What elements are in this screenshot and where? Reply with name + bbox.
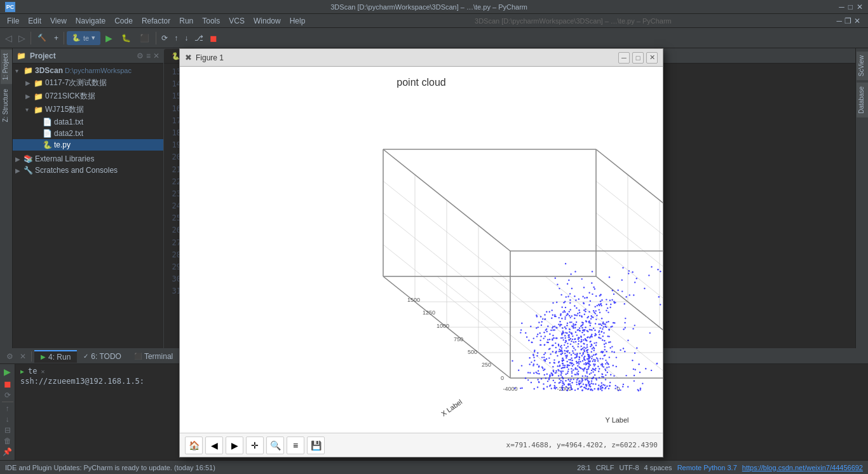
toolbar-add[interactable]: + <box>51 31 61 45</box>
menu-view[interactable]: View <box>46 15 71 27</box>
run-clear-icon[interactable]: 🗑 <box>4 437 11 445</box>
toolbar-vcs4[interactable]: ⎇ <box>192 31 206 45</box>
tree-item-0117[interactable]: ▶ 📁 0117-7次测试数据 <box>13 76 163 90</box>
figure-title-bar[interactable]: ✖ Figure 1 ─ □ ✕ <box>180 49 663 67</box>
svg-point-623 <box>518 370 519 371</box>
bottom-close-icon[interactable]: ✕ <box>17 352 29 361</box>
tree-item-external[interactable]: ▶ 📚 External Libraries <box>13 153 163 165</box>
svg-point-719 <box>545 377 546 379</box>
run-close-tab[interactable]: ✕ <box>41 368 44 375</box>
close-btn[interactable]: ✕ <box>857 3 863 11</box>
toolbar-vcs2[interactable]: ↑ <box>172 31 180 45</box>
fig-forward-btn[interactable]: ▶ <box>226 437 243 454</box>
status-encoding[interactable]: UTF-8 <box>619 464 639 471</box>
svg-point-914 <box>605 374 606 376</box>
tree-item-data1[interactable]: 📄 data1.txt <box>13 116 163 128</box>
win-close-icon[interactable]: ✕ <box>854 17 860 25</box>
run-scrolldown-icon[interactable]: ↓ <box>6 415 10 424</box>
maximize-btn[interactable]: □ <box>848 3 853 11</box>
menu-window[interactable]: Window <box>249 15 285 27</box>
svg-point-555 <box>603 326 604 327</box>
win-restore-icon[interactable]: ❐ <box>844 17 851 25</box>
project-settings-icon[interactable]: ⚙ <box>137 51 144 60</box>
svg-point-767 <box>606 327 607 328</box>
menu-code[interactable]: Code <box>110 15 137 27</box>
run-rerun-icon[interactable]: ⟳ <box>4 391 11 400</box>
toolbar-stop[interactable]: ◼ <box>207 31 220 45</box>
project-close-icon[interactable]: ✕ <box>153 51 159 60</box>
menu-tools[interactable]: Tools <box>198 15 224 27</box>
status-url[interactable]: https://blog.csdn.net/weixin7/44456692 <box>742 464 863 471</box>
svg-point-519 <box>570 343 571 344</box>
toolbar-cover-btn[interactable]: ⬛ <box>136 31 153 45</box>
svg-point-462 <box>651 370 652 371</box>
figure-close-btn[interactable]: ✕ <box>646 52 658 64</box>
svg-point-821 <box>588 383 589 384</box>
svg-point-186 <box>538 373 539 374</box>
toolbar-build[interactable]: 🔨 <box>34 31 50 45</box>
folder-icon: 📁 <box>17 51 26 60</box>
toolbar-vcs1[interactable]: ⟳ <box>159 31 170 45</box>
status-position[interactable]: 28:1 <box>577 464 590 471</box>
fig-config-btn[interactable]: ≡ <box>287 437 304 454</box>
status-line-ending[interactable]: CRLF <box>596 464 614 471</box>
status-indent[interactable]: 4 spaces <box>644 464 672 471</box>
bottom-settings-icon[interactable]: ⚙ <box>3 352 17 361</box>
menu-file[interactable]: File <box>3 15 24 27</box>
tree-item-data2[interactable]: 📄 data2.txt <box>13 128 163 139</box>
tab-scview[interactable]: ScView <box>857 51 868 80</box>
toolbar-run-config[interactable]: 🐍 te ▾ <box>67 31 100 45</box>
run-pin-icon[interactable]: 📌 <box>3 447 12 456</box>
svg-point-866 <box>613 365 614 366</box>
tab-structure[interactable]: Z: Structure <box>1 85 12 126</box>
figure-restore-btn[interactable]: □ <box>632 52 644 64</box>
run-scrollup-icon[interactable]: ↑ <box>6 404 10 413</box>
svg-point-73 <box>642 383 643 384</box>
svg-point-828 <box>596 379 597 381</box>
tab-run[interactable]: ▶ 4: Run <box>34 350 77 363</box>
menu-help[interactable]: Help <box>285 15 310 27</box>
toolbar-vcs3[interactable]: ↓ <box>182 31 191 45</box>
toolbar-forward[interactable]: ▷ <box>16 31 28 45</box>
menu-refactor[interactable]: Refactor <box>137 15 175 27</box>
menu-edit[interactable]: Edit <box>24 15 46 27</box>
svg-point-534 <box>577 365 578 367</box>
figure-window: ✖ Figure 1 ─ □ ✕ point cloud po <box>179 48 663 457</box>
toolbar-debug-btn[interactable]: 🐛 <box>118 31 135 45</box>
tab-project[interactable]: 1: Project <box>1 50 12 84</box>
menu-navigate[interactable]: Navigate <box>71 15 110 27</box>
menu-vcs[interactable]: VCS <box>224 15 249 27</box>
tree-item-root[interactable]: ▾ 📁 3DScan D:\pycharmWorkspac <box>13 65 163 76</box>
svg-point-285 <box>565 337 566 339</box>
svg-point-526 <box>559 365 560 366</box>
svg-point-552 <box>568 369 569 370</box>
fig-back-btn[interactable]: ◀ <box>205 437 223 454</box>
fig-save-btn[interactable]: 💾 <box>307 437 325 454</box>
win-minimize-icon[interactable]: ─ <box>836 17 842 25</box>
tab-database[interactable]: Database <box>857 83 868 118</box>
run-stop-icon[interactable]: ◼ <box>4 379 11 389</box>
fig-home-btn[interactable]: 🏠 <box>185 437 203 454</box>
tree-item-0721[interactable]: ▶ 📁 0721SICK数据 <box>13 90 163 103</box>
tree-item-wj715[interactable]: ▾ 📁 WJ715数据 <box>13 103 163 116</box>
figure-minimize-btn[interactable]: ─ <box>618 52 630 64</box>
status-interpreter[interactable]: Remote Python 3.7 <box>677 464 737 471</box>
project-layout-icon[interactable]: ≡ <box>146 51 151 60</box>
menu-run[interactable]: Run <box>175 15 198 27</box>
toolbar-back[interactable]: ◁ <box>3 31 15 45</box>
svg-point-178 <box>576 322 577 323</box>
minimize-btn[interactable]: ─ <box>839 3 844 11</box>
tree-item-scratches[interactable]: ▶ 🔧 Scratches and Consoles <box>13 165 163 176</box>
tab-terminal[interactable]: ⬛ Terminal <box>128 351 179 362</box>
fig-zoom-btn[interactable]: 🔍 <box>266 437 284 454</box>
toolbar-run-btn[interactable]: ▶ <box>102 31 116 45</box>
fig-pan-btn[interactable]: ✛ <box>246 437 264 454</box>
svg-point-277 <box>560 294 562 295</box>
svg-point-164 <box>583 352 584 353</box>
run-split-icon[interactable]: ⊟ <box>4 426 11 435</box>
svg-point-453 <box>651 266 652 267</box>
tab-todo[interactable]: ✓ 6: TODO <box>77 351 128 362</box>
tree-item-tepy[interactable]: 🐍 te.py <box>13 139 163 151</box>
svg-point-406 <box>658 296 660 297</box>
run-play-icon[interactable]: ▶ <box>4 367 11 377</box>
